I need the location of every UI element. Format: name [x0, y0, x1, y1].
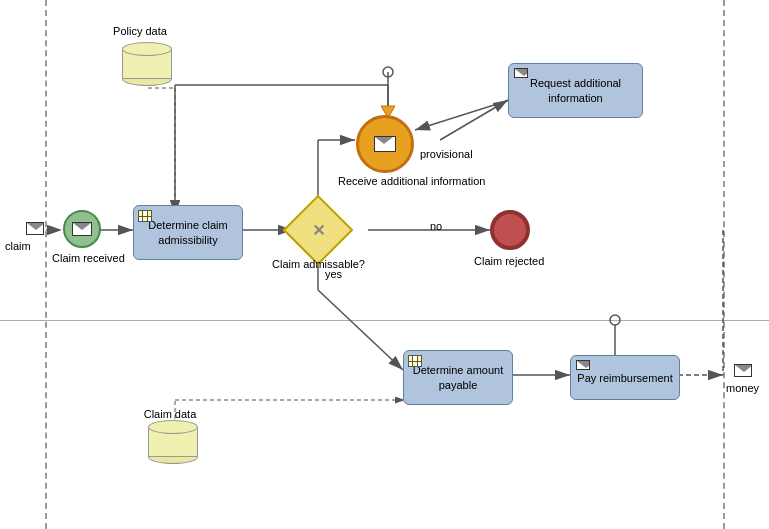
gc6	[148, 217, 151, 222]
gateway-admissable-label: Claim admissable?	[272, 258, 362, 270]
gc1	[139, 211, 142, 216]
da-gc6	[418, 362, 421, 367]
pay-reimbursement-text: Pay reimbursement	[577, 372, 672, 384]
claim-received-label: Claim received	[52, 252, 112, 264]
da-gc5	[413, 362, 416, 367]
claim-envelope-icon	[26, 222, 44, 235]
receive-additional-info-event[interactable]	[356, 115, 414, 173]
gc5	[143, 217, 146, 222]
claim-db-top	[148, 420, 198, 434]
svg-line-14	[440, 100, 508, 140]
start-event-envelope-icon	[72, 222, 92, 236]
pool-left-border	[45, 0, 47, 529]
svg-line-13	[415, 100, 510, 130]
da-gc4	[409, 362, 412, 367]
pay-reimbursement-task[interactable]: Pay reimbursement	[570, 355, 680, 400]
money-envelope-icon	[734, 364, 752, 377]
pool-right-border	[723, 0, 725, 529]
svg-point-22	[383, 67, 393, 77]
receive-info-envelope-icon	[374, 136, 396, 152]
da-grid-icon-inner	[408, 355, 422, 367]
claim-data-label: Claim data	[135, 408, 205, 420]
da-gc1	[409, 356, 412, 361]
lane-divider	[0, 320, 769, 321]
start-event-claim-received[interactable]	[63, 210, 101, 248]
no-label: no	[430, 220, 442, 232]
gateway-admissable[interactable]: ✕	[293, 205, 343, 255]
policy-data-db	[122, 42, 172, 86]
gateway-x-icon: ✕	[312, 221, 325, 240]
request-info-envelope-icon	[514, 68, 528, 78]
pay-reimbursement-icon	[575, 360, 591, 374]
receive-additional-info-label: Receive additional information	[338, 175, 433, 187]
claim-rejected-label: Claim rejected	[474, 255, 544, 267]
svg-line-16	[318, 290, 403, 370]
determine-admissibility-task[interactable]: Determine claim admissibility	[133, 205, 243, 260]
request-info-task-icon	[513, 68, 529, 82]
grid-icon-inner	[138, 210, 152, 222]
determine-amount-task[interactable]: Determine amount payable	[403, 350, 513, 405]
yes-label: yes	[325, 268, 342, 280]
claim-rejected-end-event[interactable]	[490, 210, 530, 250]
gc3	[148, 211, 151, 216]
task-grid-icon	[138, 210, 154, 224]
gc4	[139, 217, 142, 222]
request-additional-info-task[interactable]: Request additional information	[508, 63, 643, 118]
pay-reimbursement-envelope-icon	[576, 360, 590, 370]
claim-message	[20, 218, 50, 238]
da-gc2	[413, 356, 416, 361]
money-message	[728, 360, 758, 380]
claim-label: claim	[5, 240, 31, 252]
money-label: money	[726, 382, 759, 394]
gc2	[143, 211, 146, 216]
claim-data-db	[148, 420, 198, 464]
determine-amount-grid-icon	[408, 355, 424, 369]
request-additional-info-text: Request additional information	[513, 76, 638, 105]
db-top	[122, 42, 172, 56]
bpmn-canvas: claim Claim received Policy data Determi…	[0, 0, 769, 529]
connectors-layer	[0, 0, 769, 529]
provisional-label: provisional	[420, 148, 473, 160]
policy-data-label: Policy data	[105, 25, 175, 37]
da-gc3	[418, 356, 421, 361]
